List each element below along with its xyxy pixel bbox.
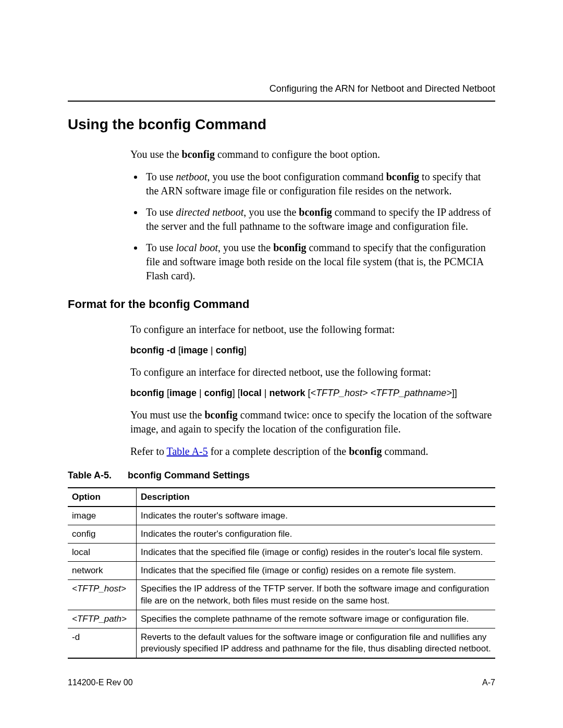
text: [ — [164, 388, 169, 398]
term: local boot — [176, 242, 218, 253]
text: You must use the — [130, 409, 204, 421]
text: To use — [146, 242, 176, 253]
list-item: To use local boot, you use the bconfig c… — [144, 241, 495, 283]
table-title: bconfig Command Settings — [128, 470, 250, 480]
option-cell: config — [68, 525, 137, 544]
command-syntax-1: bconfig -d [image | config] — [130, 345, 495, 356]
option-cell: network — [68, 562, 137, 580]
format-intro-1: To configure an interface for netboot, u… — [130, 323, 495, 337]
description-cell: Specifies the IP address of the TFTP ser… — [137, 580, 496, 610]
col-description: Description — [137, 488, 496, 507]
table-reference: Refer to Table A-5 for a complete descri… — [130, 445, 495, 459]
text: for a complete description of the — [208, 446, 349, 457]
format-intro-2: To configure an interface for directed n… — [130, 365, 495, 379]
text: ] — [244, 345, 247, 355]
cmd-name: bconfig — [299, 206, 332, 218]
cmd-token: image — [169, 388, 197, 398]
option-cell: <TFTP_path> — [68, 610, 137, 628]
cmd-token: bconfig -d — [130, 345, 176, 355]
text: | — [197, 388, 204, 398]
format-note: You must use the bconfig command twice: … — [130, 408, 495, 436]
cmd-name: bconfig — [386, 171, 419, 182]
table-number: Table A-5. — [68, 470, 125, 481]
option-cell: <TFTP_host> — [68, 580, 137, 610]
intro-paragraph: You use the bconfig command to configure… — [130, 147, 495, 162]
description-cell: Indicates that the specified file (image… — [137, 544, 496, 562]
table-row: <TFTP_path>Specifies the complete pathna… — [68, 610, 495, 628]
footer-left: 114200-E Rev 00 — [68, 678, 133, 687]
text: , you use the — [218, 242, 273, 253]
table-row: localIndicates that the specified file (… — [68, 544, 495, 562]
description-cell: Specifies the complete pathname of the r… — [137, 610, 496, 628]
page-footer: 114200-E Rev 00 A-7 — [68, 678, 495, 687]
description-cell: Indicates the router's configuration fil… — [137, 525, 496, 544]
cmd-token: local — [240, 388, 262, 398]
text: You use the — [130, 149, 182, 160]
cmd-token: network — [269, 388, 305, 398]
table-row: -dReverts to the default values for the … — [68, 628, 495, 658]
footer-right: A-7 — [482, 678, 495, 687]
text: ]] — [452, 388, 457, 398]
text: | — [262, 388, 270, 398]
option-cell: image — [68, 507, 137, 525]
term: directed netboot — [176, 206, 243, 218]
option-cell: -d — [68, 628, 137, 658]
description-cell: Indicates that the specified file (image… — [137, 562, 496, 580]
table-caption: Table A-5. bconfig Command Settings — [68, 470, 495, 481]
table-row: networkIndicates that the specified file… — [68, 562, 495, 580]
section-title: Using the bconfig Command — [68, 116, 495, 133]
text: | — [208, 345, 216, 355]
table-row: configIndicates the router's configurati… — [68, 525, 495, 544]
list-item: To use directed netboot, you use the bco… — [144, 205, 495, 233]
table-row: imageIndicates the router's software ima… — [68, 507, 495, 525]
body-block: You use the bconfig command to configure… — [130, 147, 495, 283]
text: To use — [146, 206, 176, 218]
list-item: To use netboot, you use the boot configu… — [144, 170, 495, 198]
option-cell: local — [68, 544, 137, 562]
cmd-token: image — [181, 345, 208, 355]
cmd-name: bconfig — [204, 409, 237, 421]
options-table: Option Description imageIndicates the ro… — [68, 487, 495, 659]
bullet-list: To use netboot, you use the boot configu… — [130, 170, 495, 283]
text: Refer to — [130, 446, 167, 457]
text: To use — [146, 171, 176, 182]
text: ] [ — [232, 388, 240, 398]
text: [ — [305, 388, 310, 398]
cmd-token: bconfig — [130, 388, 164, 398]
cmd-token: config — [216, 345, 244, 355]
format-block: To configure an interface for netboot, u… — [130, 323, 495, 459]
cmd-token: config — [204, 388, 232, 398]
cmd-name: bconfig — [273, 242, 306, 253]
description-cell: Reverts to the default values for the so… — [137, 628, 496, 658]
cmd-arg: <TFTP_pathname> — [371, 388, 452, 398]
table-head-row: Option Description — [68, 488, 495, 507]
col-option: Option — [68, 488, 137, 507]
description-cell: Indicates the router's software image. — [137, 507, 496, 525]
subsection-title: Format for the bconfig Command — [68, 298, 495, 311]
text: command to configure the boot option. — [215, 149, 380, 160]
table-link[interactable]: Table A-5 — [167, 446, 208, 457]
text: [ — [176, 345, 181, 355]
cmd-name: bconfig — [182, 149, 215, 160]
text: , you use the boot configuration command — [207, 171, 386, 182]
page: Configuring the ARN for Netboot and Dire… — [0, 0, 563, 728]
running-header: Configuring the ARN for Netboot and Dire… — [68, 83, 495, 94]
cmd-arg: <TFTP_host> — [311, 388, 368, 398]
term: netboot — [176, 171, 207, 182]
table-row: <TFTP_host>Specifies the IP address of t… — [68, 580, 495, 610]
text: command. — [382, 446, 429, 457]
command-syntax-2: bconfig [image | config] [local | networ… — [130, 388, 495, 399]
cmd-name: bconfig — [349, 446, 382, 457]
text: , you use the — [243, 206, 299, 218]
header-rule — [68, 101, 495, 102]
